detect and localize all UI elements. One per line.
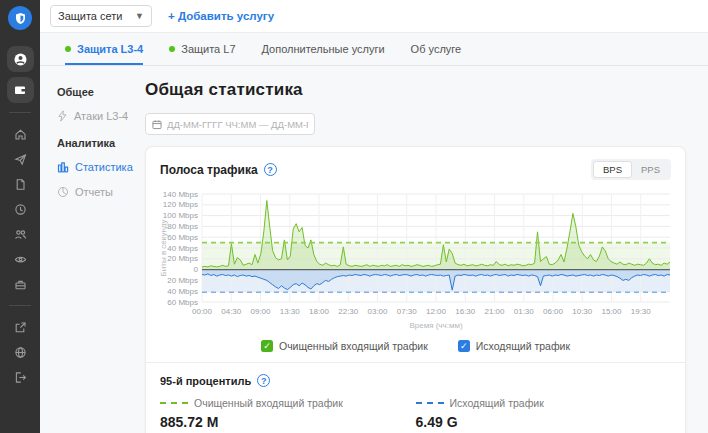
- external-link-icon[interactable]: [8, 315, 32, 339]
- percentile-title: 95-й процентиль: [160, 375, 251, 387]
- wallet-icon: [13, 83, 27, 97]
- svg-text:16:30: 16:30: [455, 307, 476, 316]
- account-icon: [13, 52, 28, 67]
- status-dot-icon: [65, 46, 71, 52]
- tab-protection-l3-4[interactable]: Защита L3-4: [65, 33, 143, 65]
- tab-label: Защита L7: [181, 43, 235, 55]
- legend-outgoing-checkbox[interactable]: ✓ Исходящий трафик: [458, 340, 570, 352]
- lightning-icon: [57, 110, 68, 122]
- svg-text:03:00: 03:00: [367, 307, 388, 316]
- add-service-button[interactable]: + Добавить услугу: [168, 10, 274, 22]
- date-range-input[interactable]: [167, 119, 308, 130]
- traffic-chart[interactable]: 140 Mbps120 Mbps100 Mbps80 Mbps60 Mbps40…: [156, 188, 676, 336]
- svg-text:60 Mbps: 60 Mbps: [167, 233, 198, 242]
- page-body: Защита сети ▼ + Добавить услугу Защита L…: [40, 0, 708, 433]
- nav-item-label: Статистика: [75, 161, 133, 173]
- percentile-value: 885.72 M: [160, 414, 416, 430]
- svg-text:21:00: 21:00: [484, 307, 505, 316]
- percentile-label: Исходящий трафик: [450, 397, 544, 409]
- svg-text:0: 0: [193, 265, 198, 274]
- svg-text:20 Mbps: 20 Mbps: [167, 254, 198, 263]
- tab-additional-services[interactable]: Дополнительные услуги: [262, 33, 385, 65]
- percentile-value: 6.49 G: [416, 414, 672, 430]
- top-bar: Защита сети ▼ + Добавить услугу: [40, 0, 708, 33]
- checkbox-checked-icon: ✓: [261, 340, 273, 352]
- section-nav: Общее Атаки L3-4 Аналитика: [40, 66, 145, 433]
- tab-bar: Защита L3-4 Защита L7 Дополнительные усл…: [40, 33, 708, 66]
- home-icon[interactable]: [8, 122, 32, 146]
- legend-label: Очищенный входящий трафик: [279, 340, 428, 352]
- nav-header-analytics: Аналитика: [57, 137, 145, 149]
- tab-about-service[interactable]: Об услуге: [411, 33, 462, 65]
- svg-text:01:30: 01:30: [513, 307, 534, 316]
- chart-legend: ✓ Очищенный входящий трафик ✓ Исходящий …: [146, 340, 685, 352]
- history-icon[interactable]: [8, 197, 32, 221]
- chart-icon: [57, 161, 69, 173]
- tab-label: Дополнительные услуги: [262, 43, 385, 55]
- app-root: Защита сети ▼ + Добавить услугу Защита L…: [0, 0, 708, 433]
- svg-text:22:30: 22:30: [338, 307, 359, 316]
- svg-text:06:00: 06:00: [542, 307, 563, 316]
- nav-header-general: Общее: [57, 86, 145, 98]
- svg-text:60 Mbps: 60 Mbps: [167, 298, 198, 307]
- svg-text:04:30: 04:30: [221, 307, 242, 316]
- svg-text:Биты в секунду: Биты в секунду: [159, 220, 168, 277]
- chevron-down-icon: ▼: [135, 11, 144, 21]
- nav-item-label: Атаки L3-4: [74, 110, 128, 122]
- svg-text:07:30: 07:30: [396, 307, 417, 316]
- units-toggle: BPS PPS: [591, 159, 671, 180]
- eye-icon[interactable]: [8, 247, 32, 271]
- tab-protection-l7[interactable]: Защита L7: [169, 33, 235, 65]
- app-sidebar: [0, 0, 40, 433]
- percentile-incoming: Очищенный входящий трафик 885.72 M: [160, 397, 416, 430]
- help-icon[interactable]: ?: [264, 163, 277, 176]
- svg-text:Время (чч:мм): Время (чч:мм): [409, 321, 463, 330]
- nav-item-attacks-l3-4[interactable]: Атаки L3-4: [57, 110, 145, 122]
- tab-label: Защита L3-4: [77, 43, 143, 55]
- page-title: Общая статистика: [145, 80, 686, 100]
- svg-text:40 Mbps: 40 Mbps: [167, 287, 198, 296]
- document-icon[interactable]: [8, 172, 32, 196]
- svg-text:13:30: 13:30: [279, 307, 300, 316]
- nav-item-label: Отчеты: [75, 186, 113, 198]
- svg-text:09:00: 09:00: [250, 307, 271, 316]
- bps-button[interactable]: BPS: [593, 161, 632, 178]
- bank-icon[interactable]: [8, 272, 32, 296]
- service-select[interactable]: Защита сети ▼: [50, 5, 152, 27]
- date-range-field[interactable]: [145, 113, 315, 135]
- traffic-band-card: Полоса трафика ? BPS PPS 140 Mbps120 Mbp…: [145, 146, 686, 433]
- green-dashed-line-icon: [160, 402, 188, 404]
- percentile-outgoing: Исходящий трафик 6.49 G: [416, 397, 672, 430]
- send-icon[interactable]: [8, 147, 32, 171]
- globe-icon[interactable]: [8, 340, 32, 364]
- main-panel: Общая статистика Полоса трафика ?: [145, 66, 708, 433]
- svg-text:12:00: 12:00: [425, 307, 446, 316]
- users-icon[interactable]: [8, 222, 32, 246]
- svg-text:18:00: 18:00: [308, 307, 329, 316]
- legend-incoming-checkbox[interactable]: ✓ Очищенный входящий трафик: [261, 340, 428, 352]
- shield-icon: [14, 12, 27, 25]
- nav-item-statistics[interactable]: Статистика: [57, 161, 145, 173]
- svg-text:19:30: 19:30: [630, 307, 651, 316]
- svg-text:80 Mbps: 80 Mbps: [167, 222, 198, 231]
- nav-item-reports[interactable]: Отчеты: [57, 186, 145, 198]
- content-area: Общее Атаки L3-4 Аналитика: [40, 66, 708, 433]
- svg-text:15:00: 15:00: [601, 307, 622, 316]
- help-icon[interactable]: ?: [257, 374, 270, 387]
- account-button[interactable]: [7, 46, 34, 72]
- svg-text:10:30: 10:30: [572, 307, 593, 316]
- logout-icon[interactable]: [8, 365, 32, 389]
- sidebar-divider: [9, 112, 31, 113]
- brand-shield-logo[interactable]: [8, 6, 32, 30]
- status-dot-icon: [169, 46, 175, 52]
- pps-button[interactable]: PPS: [632, 161, 669, 178]
- svg-text:120 Mbps: 120 Mbps: [162, 200, 197, 209]
- sidebar-divider: [9, 305, 31, 306]
- legend-label: Исходящий трафик: [476, 340, 570, 352]
- svg-text:140 Mbps: 140 Mbps: [162, 190, 197, 199]
- wallet-button[interactable]: [7, 77, 34, 103]
- svg-text:00:00: 00:00: [191, 307, 212, 316]
- blue-dashed-line-icon: [416, 402, 444, 404]
- checkbox-checked-icon: ✓: [458, 340, 470, 352]
- svg-text:100 Mbps: 100 Mbps: [162, 211, 197, 220]
